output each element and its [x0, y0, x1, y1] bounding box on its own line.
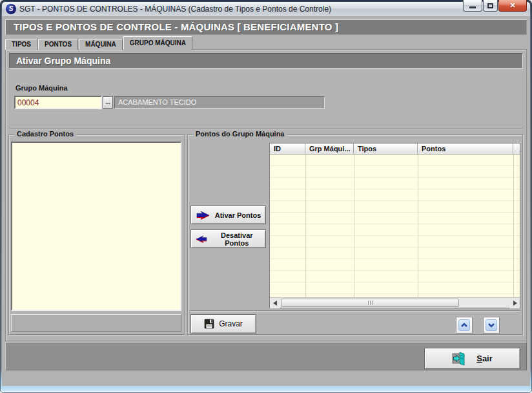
grid-column-line — [418, 154, 418, 297]
grid-row — [270, 201, 520, 213]
grid-body[interactable] — [270, 154, 520, 297]
grid-row — [270, 271, 520, 282]
window-title: SGT - PONTOS DE CONTROLES - MÁQUINAS (Ca… — [19, 5, 331, 14]
sair-label: Sair — [476, 354, 493, 363]
cadastro-pontos-bottombar — [11, 314, 181, 332]
move-down-button[interactable] — [483, 317, 500, 334]
app-window: S SGT - PONTOS DE CONTROLES - MÁQUINAS (… — [0, 0, 532, 393]
grip-icon — [372, 301, 373, 305]
tab-strip: TIPOS PONTOS MÁQUINA GRUPO MÁQUINA — [5, 36, 193, 50]
grid-column-line — [513, 154, 514, 297]
grid-horizontal-scrollbar[interactable] — [270, 297, 520, 308]
group-divider — [190, 310, 520, 312]
grid-row — [270, 259, 520, 271]
save-icon — [204, 319, 214, 329]
scroll-left-button[interactable] — [270, 298, 280, 308]
grid-row — [270, 282, 520, 294]
grid-row — [270, 213, 520, 224]
tab-pontos[interactable]: PONTOS — [38, 39, 78, 50]
desativar-pontos-label: Desativar Pontos — [212, 231, 261, 247]
grid-column-header[interactable]: Grp Máqui... — [305, 143, 354, 154]
grid-row — [270, 224, 520, 236]
grupo-maquina-input[interactable] — [14, 96, 102, 109]
group-pontos-grupo-maquina-title: Pontos do Grupo Máquina — [193, 130, 287, 138]
sair-button[interactable]: Sair — [424, 348, 520, 369]
pontos-grid[interactable]: IDGrp Máqui...TiposPontos — [269, 143, 520, 308]
grid-column-header[interactable]: ID — [270, 143, 305, 154]
desativar-pontos-button[interactable]: Desativar Pontos — [190, 229, 266, 248]
group-cadastro-pontos-title: Cadastro Pontos — [14, 130, 76, 138]
grid-header-row: IDGrp Máqui...TiposPontos — [270, 143, 520, 154]
triangle-right-icon — [513, 301, 517, 306]
scrollbar-thumb[interactable] — [281, 299, 459, 307]
move-up-button[interactable] — [456, 317, 473, 334]
chevron-down-icon — [486, 319, 497, 331]
minimize-icon — [469, 6, 476, 8]
grid-row — [270, 154, 520, 166]
arrow-left-icon — [195, 235, 208, 244]
grupo-maquina-label: Grupo Máquina — [15, 84, 68, 92]
grid-column-header[interactable]: Tipos — [354, 143, 418, 154]
scroll-right-button[interactable] — [509, 298, 520, 308]
maximize-icon — [487, 3, 493, 8]
grid-row — [270, 189, 520, 201]
grupo-maquina-description: ACABAMENTO TECIDO — [114, 96, 325, 109]
triangle-left-icon — [273, 301, 278, 306]
tab-tipos[interactable]: TIPOS — [5, 39, 37, 50]
grid-row — [270, 166, 520, 178]
app-logo-icon: S — [6, 4, 16, 14]
section-title: Ativar Grupo Máquina — [9, 53, 523, 69]
ativar-pontos-label: Ativar Pontos — [215, 211, 261, 219]
titlebar[interactable]: S SGT - PONTOS DE CONTROLES - MÁQUINAS (… — [2, 2, 530, 16]
cadastro-pontos-listbox[interactable] — [11, 142, 181, 311]
grid-column-header[interactable]: Pontos — [418, 143, 513, 154]
grid-column-header-filler — [513, 143, 520, 154]
grid-column-line — [305, 154, 306, 297]
exit-door-icon — [452, 352, 467, 366]
grupo-maquina-lookup-button[interactable]: ... — [103, 96, 113, 109]
chevron-up-icon — [458, 319, 470, 331]
form-divider — [9, 128, 523, 129]
grid-row — [270, 248, 520, 259]
gravar-label: Gravar — [219, 319, 243, 328]
close-button[interactable]: ✕ — [498, 0, 527, 12]
grip-icon — [368, 301, 369, 305]
close-icon: ✕ — [509, 2, 515, 9]
tab-grupo-maquina[interactable]: GRUPO MÁQUINA — [123, 36, 192, 50]
grid-row — [270, 236, 520, 248]
arrow-right-icon — [196, 211, 210, 220]
maximize-button[interactable] — [483, 0, 498, 12]
gravar-button[interactable]: Gravar — [190, 314, 256, 334]
ativar-pontos-button[interactable]: Ativar Pontos — [190, 206, 266, 224]
grid-row — [270, 178, 520, 189]
minimize-button[interactable] — [463, 0, 482, 12]
grid-column-line — [354, 154, 354, 297]
grip-icon — [370, 301, 371, 305]
tab-maquina[interactable]: MÁQUINA — [79, 39, 123, 50]
page-title: TIPOS E PONTOS DE CONTROLE - MÁQUINAS [ … — [5, 19, 527, 35]
